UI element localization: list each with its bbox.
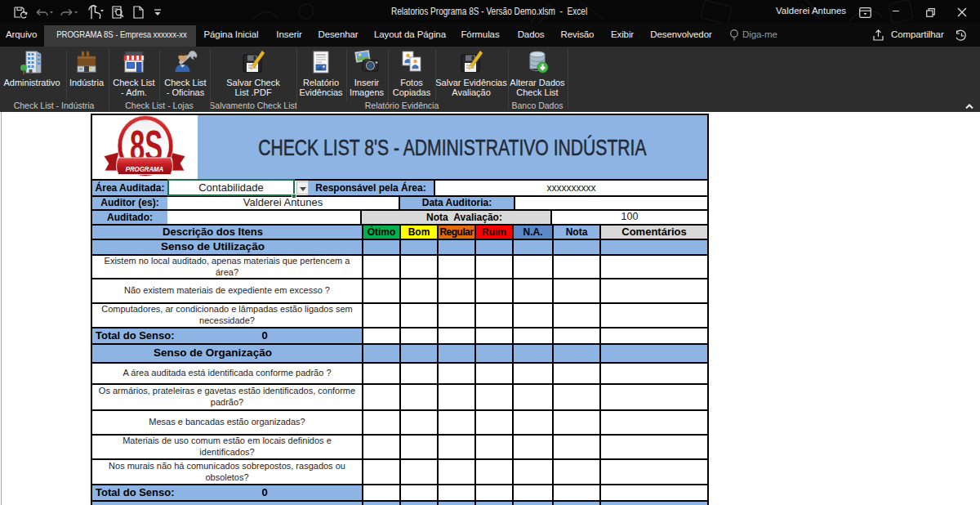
svg-text:PROGRAMA: PROGRAMA	[126, 164, 164, 173]
